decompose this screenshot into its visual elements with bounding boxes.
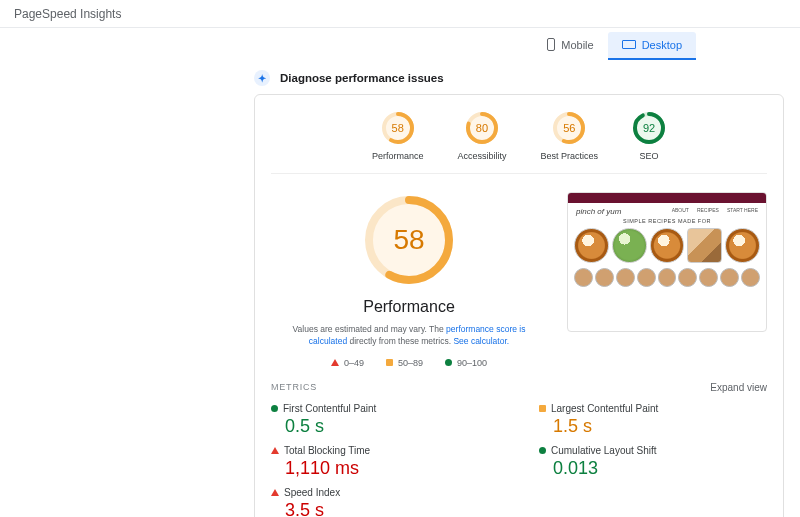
metric-fcp-label: First Contentful Paint <box>283 403 376 414</box>
food-image-icon <box>612 228 647 263</box>
tab-mobile[interactable]: Mobile <box>533 32 607 60</box>
app-title: PageSpeed Insights <box>0 0 800 28</box>
food-mini-icon <box>678 268 697 287</box>
food-mini-icon <box>658 268 677 287</box>
score-performance[interactable]: 58 Performance <box>372 111 424 161</box>
food-mini-icon <box>720 268 739 287</box>
food-mini-icon <box>574 268 593 287</box>
metric-si-value: 3.5 s <box>285 500 499 517</box>
expand-view-button[interactable]: Expand view <box>710 382 767 393</box>
food-image-icon <box>574 228 609 263</box>
legend-mid: 50–89 <box>386 358 423 368</box>
score-legend: 0–49 50–89 90–100 <box>331 358 487 368</box>
score-seo[interactable]: 92 SEO <box>632 111 666 161</box>
report-card: 58 Performance 80 Accessibility 56 Best … <box>254 94 784 517</box>
triangle-red-icon <box>271 489 279 496</box>
note-link-calculator[interactable]: See calculator. <box>453 336 509 346</box>
performance-note: Values are estimated and may vary. The p… <box>289 324 529 348</box>
legend-poor: 0–49 <box>331 358 364 368</box>
metric-fcp-value: 0.5 s <box>285 416 499 437</box>
score-best-practices-value: 56 <box>552 111 586 145</box>
metric-si[interactable]: Speed Index 3.5 s <box>271 487 499 517</box>
metrics-header-row: METRICS Expand view <box>271 382 767 393</box>
food-mini-icon <box>699 268 718 287</box>
desktop-icon <box>622 40 636 49</box>
food-image-icon <box>650 228 685 263</box>
score-best-practices[interactable]: 56 Best Practices <box>541 111 599 161</box>
thumb-mini-row <box>568 263 766 287</box>
metric-lcp[interactable]: Largest Contentful Paint 1.5 s <box>539 403 767 437</box>
tab-mobile-label: Mobile <box>561 39 593 51</box>
metric-tbt-value: 1,110 ms <box>285 458 499 479</box>
metric-lcp-label: Largest Contentful Paint <box>551 403 658 414</box>
device-tabs: Mobile Desktop <box>24 32 696 60</box>
thumb-topbar <box>568 193 766 203</box>
score-accessibility[interactable]: 80 Accessibility <box>457 111 506 161</box>
note-mid: directly from these metrics. <box>347 336 453 346</box>
square-orange-icon <box>539 405 546 412</box>
diagnose-header: Diagnose performance issues <box>280 72 444 84</box>
triangle-red-icon <box>331 359 339 366</box>
performance-title: Performance <box>363 298 455 316</box>
performance-big-value: 58 <box>361 192 457 288</box>
circle-green-icon <box>271 405 278 412</box>
food-image-icon <box>725 228 760 263</box>
thumb-subtitle: SIMPLE RECIPES MADE FOR <box>568 218 766 224</box>
legend-good: 90–100 <box>445 358 487 368</box>
food-mini-icon <box>616 268 635 287</box>
tab-desktop-label: Desktop <box>642 39 682 51</box>
square-orange-icon <box>386 359 393 366</box>
metric-cls-value: 0.013 <box>553 458 767 479</box>
legend-poor-text: 0–49 <box>344 358 364 368</box>
legend-mid-text: 50–89 <box>398 358 423 368</box>
circle-green-icon <box>539 447 546 454</box>
score-seo-label: SEO <box>640 151 659 161</box>
note-pre: Values are estimated and may vary. The <box>293 324 447 334</box>
metrics-header: METRICS <box>271 382 317 392</box>
food-image-icon <box>687 228 722 263</box>
metric-tbt[interactable]: Total Blocking Time 1,110 ms <box>271 445 499 479</box>
metric-tbt-label: Total Blocking Time <box>284 445 370 456</box>
score-performance-label: Performance <box>372 151 424 161</box>
thumb-logo: pinch of yum <box>568 203 629 218</box>
thumb-nav-2: START HERE <box>727 207 758 213</box>
metric-lcp-value: 1.5 s <box>553 416 767 437</box>
thumb-nav-0: ABOUT <box>672 207 689 213</box>
thumb-nav-1: RECIPES <box>697 207 719 213</box>
diagnose-header-row: ✦ Diagnose performance issues <box>254 70 776 86</box>
metric-si-label: Speed Index <box>284 487 340 498</box>
food-mini-icon <box>741 268 760 287</box>
flask-icon: ✦ <box>254 70 270 86</box>
metric-cls[interactable]: Cumulative Layout Shift 0.013 <box>539 445 767 479</box>
metric-fcp[interactable]: First Contentful Paint 0.5 s <box>271 403 499 437</box>
page-screenshot-thumbnail: pinch of yum ABOUT RECIPES START HERE SI… <box>567 192 767 332</box>
metric-cls-label: Cumulative Layout Shift <box>551 445 657 456</box>
score-accessibility-value: 80 <box>465 111 499 145</box>
legend-good-text: 90–100 <box>457 358 487 368</box>
thumb-nav: ABOUT RECIPES START HERE <box>664 207 766 215</box>
performance-gauge-block: 58 Performance Values are estimated and … <box>271 192 547 368</box>
food-mini-icon <box>595 268 614 287</box>
score-best-practices-label: Best Practices <box>541 151 599 161</box>
performance-hero: 58 Performance Values are estimated and … <box>271 174 767 368</box>
main-content: Mobile Desktop ✦ Diagnose performance is… <box>0 28 800 517</box>
score-accessibility-label: Accessibility <box>457 151 506 161</box>
food-mini-icon <box>637 268 656 287</box>
circle-green-icon <box>445 359 452 366</box>
score-performance-value: 58 <box>381 111 415 145</box>
tab-desktop[interactable]: Desktop <box>608 32 696 60</box>
category-scores: 58 Performance 80 Accessibility 56 Best … <box>271 107 767 174</box>
performance-big-gauge: 58 <box>361 192 457 288</box>
thumb-food-row <box>568 228 766 263</box>
mobile-icon <box>547 38 555 51</box>
score-seo-value: 92 <box>632 111 666 145</box>
metrics-grid: First Contentful Paint 0.5 s Largest Con… <box>271 403 767 517</box>
triangle-red-icon <box>271 447 279 454</box>
